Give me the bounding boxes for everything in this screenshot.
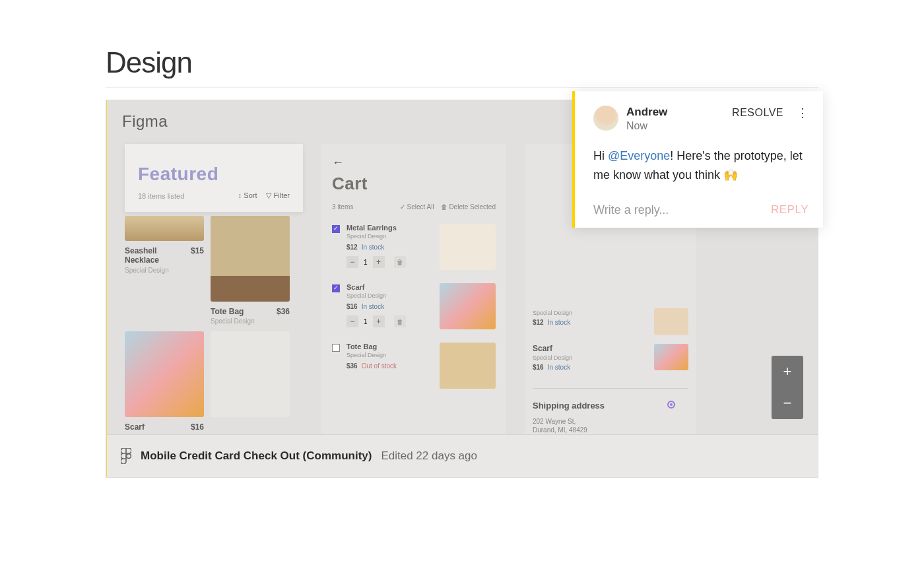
mention[interactable]: @Everyone xyxy=(608,149,670,162)
product-name: Tote Bag xyxy=(211,307,244,316)
featured-header: Featured 18 items listed ↕ Sort ▽ Filter xyxy=(125,144,303,212)
qty-value: 1 xyxy=(361,318,370,325)
svg-point-0 xyxy=(127,454,131,459)
product-thumb xyxy=(125,331,204,417)
frame-featured: Featured 18 items listed ↕ Sort ▽ Filter… xyxy=(125,144,303,434)
cart-item-sub: Special Design xyxy=(346,233,406,240)
trash-icon[interactable]: 🗑 xyxy=(394,315,406,327)
file-name[interactable]: Mobile Credit Card Check Out (Community) xyxy=(141,449,372,463)
product-name: Seashell Necklace xyxy=(125,246,178,265)
product-name: Scarf xyxy=(125,422,145,432)
cart-item-thumb xyxy=(440,224,496,270)
product-price: $16 xyxy=(191,422,204,432)
related-thumb xyxy=(654,308,688,335)
product-thumb xyxy=(125,216,204,241)
zoom-controls: + − xyxy=(772,356,803,419)
related-item-price: $12 xyxy=(533,319,544,326)
related-item-sub: Special Design xyxy=(533,310,572,316)
product-thumb xyxy=(211,331,290,417)
shipping-title: Shipping address xyxy=(533,401,605,411)
comment-popover: Andrew Now RESOLVE ⋮ Hi @Everyone! Here'… xyxy=(572,91,823,228)
embed-footer: Mobile Credit Card Check Out (Community)… xyxy=(106,434,818,477)
cart-item-stock: In stock xyxy=(362,303,384,310)
product-sub: Special Design xyxy=(125,267,204,274)
edited-timestamp: Edited 22 days ago xyxy=(381,449,477,463)
related-item[interactable]: Scarf Special Design $16In stock xyxy=(533,344,688,371)
related-item-name: Scarf xyxy=(533,344,572,353)
product-thumb xyxy=(211,216,290,302)
product-price: $36 xyxy=(277,307,290,316)
product-tile-tote[interactable]: Tote Bag$36 Special Design xyxy=(211,216,290,325)
product-tile-seashell[interactable]: Seashell Necklace$15 Special Design xyxy=(125,216,204,325)
cart-item: Tote Bag Special Design $36Out of stock xyxy=(332,343,496,389)
section-title: Design xyxy=(106,46,818,88)
sort-button[interactable]: ↕ Sort xyxy=(238,191,257,200)
address-radio[interactable] xyxy=(667,401,675,409)
frame-cart: ← Cart 3 items ✓ Select All 🗑 Delete Sel… xyxy=(321,144,506,434)
shipping-addr-line: Durand, MI, 48429 xyxy=(533,426,605,434)
related-item-sub: Special Design xyxy=(533,354,572,361)
cart-item-price: $16 xyxy=(346,303,358,310)
product-price: $15 xyxy=(191,246,204,265)
zoom-out-button[interactable]: − xyxy=(772,387,803,419)
product-tile-earrings[interactable] xyxy=(211,331,290,434)
delete-selected-button[interactable]: 🗑 Delete Selected xyxy=(441,203,496,211)
comment-timestamp: Now xyxy=(626,120,667,132)
cart-item-sub: Special Design xyxy=(346,292,406,299)
avatar[interactable] xyxy=(593,106,618,131)
cart-item-count: 3 items xyxy=(332,203,353,211)
product-sub: Special Design xyxy=(211,317,290,325)
qty-minus-button[interactable]: − xyxy=(346,315,358,327)
cart-checkbox[interactable] xyxy=(332,225,340,233)
qty-value: 1 xyxy=(361,259,370,266)
cart-item-price: $36 xyxy=(346,362,358,370)
related-item[interactable]: Special Design $12In stock xyxy=(533,308,688,335)
cart-item-sub: Special Design xyxy=(346,352,397,358)
comment-body: Hi @Everyone! Here's the prototype, let … xyxy=(593,147,808,185)
comment-author: Andrew xyxy=(626,106,667,119)
cart-item-name: Tote Bag xyxy=(346,343,397,350)
shipping-section: Shipping address 202 Wayne St, Durand, M… xyxy=(533,388,688,434)
items-listed-count: 18 items listed xyxy=(138,192,184,200)
back-arrow-icon[interactable]: ← xyxy=(332,156,496,170)
cart-item-price: $12 xyxy=(346,244,358,251)
cart-item-stock: In stock xyxy=(362,244,384,251)
resolve-button[interactable]: RESOLVE xyxy=(732,107,783,119)
reply-input[interactable]: Write a reply... xyxy=(593,203,669,217)
product-sub: Special Design xyxy=(125,434,204,434)
qty-plus-button[interactable]: + xyxy=(373,315,385,327)
cart-checkbox[interactable] xyxy=(332,284,340,292)
qty-plus-button[interactable]: + xyxy=(373,256,385,268)
related-thumb xyxy=(654,344,688,370)
shipping-addr-line: 202 Wayne St, xyxy=(533,417,605,426)
filter-button[interactable]: ▽ Filter xyxy=(266,191,290,200)
select-all-button[interactable]: ✓ Select All xyxy=(400,203,434,211)
qty-minus-button[interactable]: − xyxy=(346,256,358,268)
zoom-in-button[interactable]: + xyxy=(772,356,803,387)
cart-checkbox[interactable] xyxy=(332,344,340,352)
cart-item-thumb xyxy=(440,283,496,329)
reply-button[interactable]: REPLY xyxy=(771,203,808,216)
featured-title: Featured xyxy=(138,164,290,185)
cart-item-stock: Out of stock xyxy=(362,362,397,370)
cart-item: Scarf Special Design $16In stock − 1 + 🗑 xyxy=(332,283,496,329)
product-tile-scarf[interactable]: Scarf$16 Special Design xyxy=(125,331,204,434)
related-item-stock: In stock xyxy=(548,319,570,326)
cart-item-thumb xyxy=(440,343,496,389)
cart-item-name: Scarf xyxy=(346,283,406,291)
related-item-stock: In stock xyxy=(548,364,570,371)
trash-icon[interactable]: 🗑 xyxy=(394,256,406,268)
figma-logo-icon xyxy=(121,448,131,464)
cart-title: Cart xyxy=(332,174,496,194)
related-item-price: $16 xyxy=(533,364,544,371)
cart-item: Metal Earrings Special Design $12In stoc… xyxy=(332,224,496,270)
more-icon[interactable]: ⋮ xyxy=(797,106,808,120)
cart-item-name: Metal Earrings xyxy=(346,224,406,232)
